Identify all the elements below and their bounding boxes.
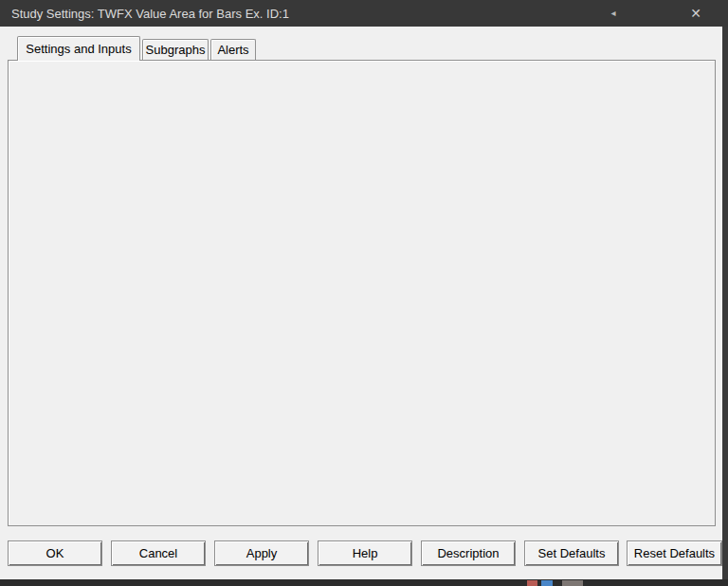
title-bar[interactable]: Study Settings: TWFX Value Area for Bars…	[0, 0, 728, 27]
help-button[interactable]: Help	[318, 540, 412, 566]
apply-button[interactable]: Apply	[214, 540, 309, 566]
close-icon[interactable]: ✕	[675, 0, 717, 27]
window-title: Study Settings: TWFX Value Area for Bars…	[11, 7, 289, 21]
tab-page	[8, 60, 716, 526]
tab-subgraphs[interactable]: Subgraphs	[142, 39, 209, 61]
ok-button[interactable]: OK	[8, 540, 102, 566]
background-window-edge	[722, 27, 728, 586]
taskbar-peek-blue	[541, 580, 553, 586]
reset-defaults-button[interactable]: Reset Defaults	[627, 540, 722, 566]
study-settings-dialog: { "window": { "title": "Study Settings: …	[0, 0, 728, 586]
tab-settings-and-inputs[interactable]: Settings and Inputs	[17, 36, 140, 61]
description-button[interactable]: Description	[421, 540, 516, 566]
tab-alerts[interactable]: Alerts	[210, 39, 256, 61]
background-window-bottom-edge	[0, 579, 728, 586]
collapse-arrow-icon[interactable]: ◂	[607, 7, 620, 20]
set-defaults-button[interactable]: Set Defaults	[524, 540, 619, 566]
taskbar-peek-red	[527, 580, 537, 586]
taskbar-peek-gray	[562, 580, 583, 586]
cancel-button[interactable]: Cancel	[111, 540, 206, 566]
